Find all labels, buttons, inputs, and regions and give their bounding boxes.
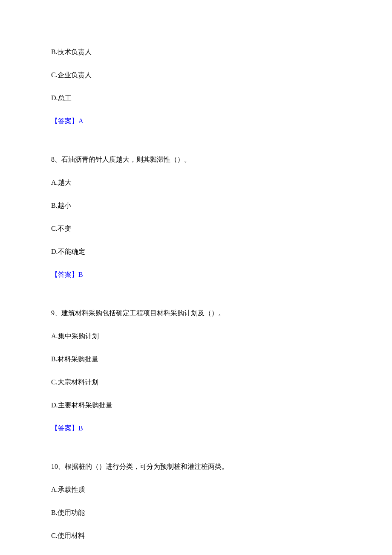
option-text: B.材料采购批量 bbox=[51, 354, 341, 364]
option-text: C.企业负责人 bbox=[51, 70, 341, 80]
answer-value: A bbox=[78, 117, 84, 125]
answer-label: 【答案】 bbox=[51, 117, 78, 125]
answer-line: 【答案】A bbox=[51, 116, 341, 126]
option-text: D.总工 bbox=[51, 93, 341, 103]
answer-value: B bbox=[78, 271, 83, 278]
answer-line: 【答案】B bbox=[51, 270, 341, 280]
document-page: B.技术负责人 C.企业负责人 D.总工 【答案】A 8、石油沥青的针人度越大，… bbox=[0, 0, 392, 555]
option-text: D.不能确定 bbox=[51, 247, 341, 257]
option-text: D.主要材料采购批量 bbox=[51, 400, 341, 410]
question-stem: 10、根据桩的（）进行分类，可分为预制桩和灌注桩两类。 bbox=[51, 462, 341, 472]
option-text: C.使用材料 bbox=[51, 531, 341, 541]
answer-label: 【答案】 bbox=[51, 424, 78, 432]
answer-line: 【答案】B bbox=[51, 423, 341, 433]
option-text: A.越大 bbox=[51, 177, 341, 188]
option-text: B.使用功能 bbox=[51, 508, 341, 518]
question-stem: 8、石油沥青的针人度越大，则其黏滞性（）。 bbox=[51, 154, 341, 165]
option-text: C.不变 bbox=[51, 224, 341, 234]
option-text: B.越小 bbox=[51, 200, 341, 211]
option-text: B.技术负责人 bbox=[51, 47, 341, 57]
option-text: A.承载性质 bbox=[51, 485, 341, 495]
question-stem: 9、建筑材料采购包括确定工程项目材料采购计划及（）。 bbox=[51, 308, 341, 318]
answer-value: B bbox=[78, 424, 83, 432]
answer-label: 【答案】 bbox=[51, 271, 78, 278]
option-text: C.大宗材料计划 bbox=[51, 377, 341, 387]
option-text: A.集中采购计划 bbox=[51, 331, 341, 341]
